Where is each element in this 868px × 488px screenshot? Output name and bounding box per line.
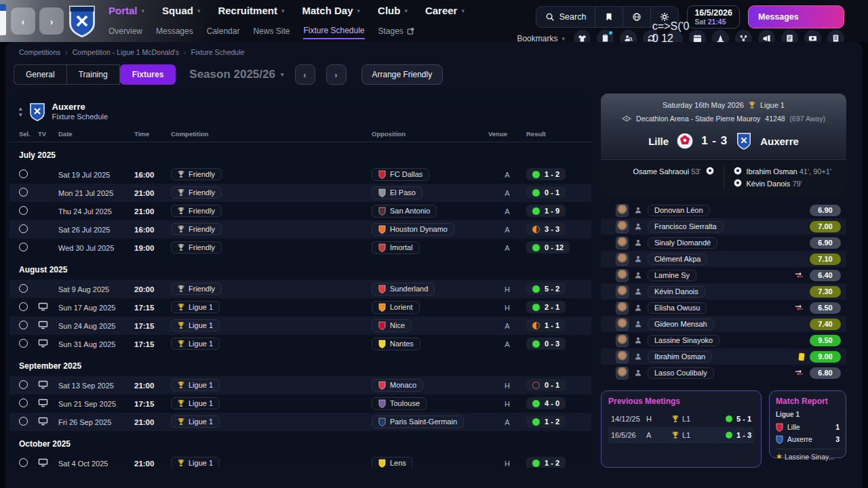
away-team-name[interactable]: Auxerre	[760, 136, 799, 147]
player-name[interactable]: Clément Akpa	[648, 253, 707, 265]
player-name[interactable]: Sinaly Diomandé	[648, 237, 717, 249]
subnav-messages[interactable]: Messages	[156, 26, 193, 39]
fixture-row[interactable]: Sun 21 Sep 2025 17:15 Ligue 1 Toulouse H…	[9, 394, 591, 413]
player-rating-row[interactable]: Elisha Owusu 6.50	[601, 300, 846, 316]
player-rating-row[interactable]: Kévin Danois 7.30	[601, 283, 846, 300]
column-header[interactable]: Opposition	[372, 130, 488, 138]
fixture-row[interactable]: Fri 26 Sep 2025 21:00 Ligue 1 Paris Sain…	[9, 413, 591, 431]
player-rating-row[interactable]: Clément Akpa 7.10	[601, 251, 846, 267]
result-pill[interactable]: 0 - 1	[526, 379, 566, 391]
tab-training[interactable]: Training	[66, 64, 120, 85]
select-radio[interactable]	[19, 224, 28, 233]
history-forward-button[interactable]: ›	[39, 7, 64, 35]
player-name[interactable]: Ibrahim Osman	[648, 351, 712, 363]
result-pill[interactable]: 1 - 1	[526, 319, 566, 331]
fixture-row[interactable]: Sun 17 Aug 2025 17:15 Ligue 1 Lorient H …	[9, 298, 591, 317]
player-rating-row[interactable]: Donovan Léon 6.90	[601, 202, 846, 218]
fixture-row[interactable]: Sat 26 Jul 2025 16:00 Friendly Houston D…	[9, 220, 591, 239]
breadcrumb-item[interactable]: Fixture Schedule	[191, 48, 245, 56]
nav-career[interactable]: Career▾	[425, 5, 465, 16]
player-name[interactable]: Donovan Léon	[648, 205, 710, 216]
result-pill[interactable]: 0 - 3	[526, 338, 566, 350]
player-name[interactable]: Lamine Sy	[648, 270, 696, 281]
fixture-row[interactable]: Sat 13 Sep 2025 21:00 Ligue 1 Monaco H 0…	[9, 376, 591, 394]
opposition-pill[interactable]: Lorient	[372, 301, 420, 314]
select-radio[interactable]	[19, 339, 28, 348]
player-name[interactable]: Lassine Sinayoko	[648, 335, 719, 346]
competition-pill[interactable]: Ligue 1	[171, 301, 220, 313]
subnav-news-site[interactable]: News Site	[253, 26, 290, 39]
competition-pill[interactable]: Ligue 1	[171, 319, 220, 331]
player-rating-row[interactable]: Ibrahim Osman 9.00	[601, 348, 846, 365]
column-header[interactable]: Date	[58, 130, 134, 138]
player-name[interactable]: Francisco Sierralta	[648, 221, 724, 232]
opposition-pill[interactable]: El Paso	[372, 186, 422, 199]
competition-pill[interactable]: Friendly	[171, 186, 222, 199]
arrange-friendly-button[interactable]: Arrange Friendly	[361, 64, 443, 85]
competition-pill[interactable]: Ligue 1	[171, 338, 220, 350]
next-season-button[interactable]: ›	[326, 64, 347, 85]
opposition-pill[interactable]: San Antonio	[372, 205, 437, 218]
world-button[interactable]	[623, 7, 650, 27]
competition-pill[interactable]: Ligue 1	[171, 457, 220, 468]
competition-pill[interactable]: Ligue 1	[171, 379, 220, 391]
fixture-row[interactable]: Thu 24 Jul 2025 21:00 Friendly San Anton…	[9, 202, 591, 220]
opposition-pill[interactable]: Imortal	[372, 241, 420, 254]
opposition-pill[interactable]: Paris Saint-Germain	[372, 415, 464, 428]
opposition-pill[interactable]: Sunderland	[372, 283, 435, 296]
result-pill[interactable]: 1 - 2	[526, 168, 566, 180]
player-name[interactable]: Gideon Mensah	[648, 319, 714, 330]
opposition-pill[interactable]: FC Dallas	[372, 168, 429, 181]
collapse-chevrons-icon[interactable]: ▴▾	[19, 106, 22, 118]
select-radio[interactable]	[19, 399, 28, 407]
player-name[interactable]: Elisha Owusu	[648, 302, 707, 314]
player-rating-row[interactable]: Sinaly Diomandé 6.90	[601, 235, 846, 251]
previous-meeting-row[interactable]: 14/12/25 H L1 5 - 1	[608, 411, 754, 427]
result-pill[interactable]: 4 - 0	[526, 397, 566, 409]
tab-fixtures[interactable]: Fixtures	[120, 64, 176, 85]
competition-pill[interactable]: Ligue 1	[171, 415, 220, 428]
fixture-row[interactable]: Sun 31 Aug 2025 17:15 Ligue 1 Nantes A 0…	[9, 335, 591, 353]
select-radio[interactable]	[19, 243, 28, 251]
home-team-name[interactable]: Lille	[648, 136, 669, 147]
opposition-pill[interactable]: Toulouse	[372, 397, 427, 410]
fixture-row[interactable]: Mon 21 Jul 2025 21:00 Friendly El Paso A…	[9, 184, 591, 202]
column-header[interactable]: TV	[38, 130, 58, 138]
fixture-row[interactable]: Sat 9 Aug 2025 20:00 Friendly Sunderland…	[9, 280, 591, 298]
match-report-card[interactable]: Match Report Ligue 1 Lille 1 Auxerre 3 ★…	[769, 390, 846, 458]
nav-recruitment[interactable]: Recruitment▾	[218, 5, 284, 16]
select-radio[interactable]	[19, 284, 28, 293]
competition-pill[interactable]: Ligue 1	[171, 397, 220, 409]
opposition-pill[interactable]: Houston Dynamo	[372, 223, 454, 236]
select-radio[interactable]	[19, 458, 28, 467]
result-pill[interactable]: 1 - 2	[526, 457, 566, 468]
history-back-button[interactable]: ‹	[11, 7, 35, 35]
nav-match-day[interactable]: Match Day▾	[302, 5, 360, 16]
nav-portal[interactable]: Portal▾	[108, 5, 144, 16]
select-radio[interactable]	[19, 188, 28, 197]
result-pill[interactable]: 0 - 12	[526, 241, 570, 253]
game-date[interactable]: 16/5/2026 Sat 21:45	[687, 5, 740, 28]
fixture-row[interactable]: Wed 30 Jul 2025 19:00 Friendly Imortal A…	[9, 239, 591, 257]
prev-season-button[interactable]: ‹	[295, 64, 315, 85]
messages-button[interactable]: Messages	[748, 5, 844, 28]
player-name[interactable]: Lasso Coulibaly	[648, 367, 714, 379]
competition-pill[interactable]: Friendly	[171, 283, 222, 295]
fixture-row[interactable]: Sun 24 Aug 2025 17:15 Ligue 1 Nice A 1 -…	[9, 317, 591, 335]
subnav-fixture-schedule[interactable]: Fixture Schedule	[303, 26, 364, 39]
result-pill[interactable]: 2 - 1	[526, 301, 566, 313]
opposition-pill[interactable]: Nantes	[372, 338, 420, 350]
result-pill[interactable]: 3 - 3	[526, 223, 566, 235]
subnav-calendar[interactable]: Calendar	[207, 26, 240, 39]
column-header[interactable]: Time	[134, 130, 171, 138]
result-pill[interactable]: 5 - 2	[526, 283, 566, 295]
competition-pill[interactable]: Friendly	[171, 205, 222, 217]
breadcrumb-item[interactable]: Competitions	[19, 48, 60, 56]
subnav-stages[interactable]: Stages	[378, 26, 414, 39]
notes-button[interactable]	[595, 7, 623, 27]
result-pill[interactable]: 0 - 1	[526, 186, 566, 199]
column-header[interactable]: Competition	[171, 130, 372, 138]
fixture-row[interactable]: Sat 4 Oct 2025 21:00 Ligue 1 Lens H 1 - …	[9, 454, 591, 468]
opposition-pill[interactable]: Lens	[372, 457, 413, 468]
select-radio[interactable]	[19, 302, 28, 311]
